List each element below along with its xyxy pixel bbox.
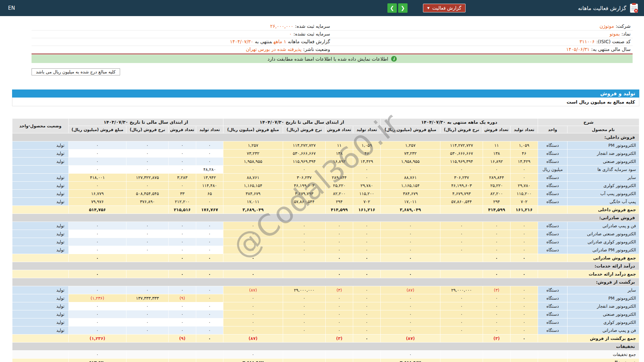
cell-value: ۳,۶۸۸,۹۶۲ xyxy=(223,359,283,362)
cell-value: ۰ xyxy=(196,286,223,294)
cell-value: ۲۱۲,۲۰۰ xyxy=(168,198,196,206)
cell-value: ۰ xyxy=(353,174,380,182)
info-cell: شرکت:موتوژن xyxy=(332,23,633,31)
cell-product-name: جمع درآمد ارائه خدمات xyxy=(568,270,639,278)
cell-product-name: جمع فروش داخلی xyxy=(568,206,639,214)
cell-value: ۱۶,۷۷۹ xyxy=(68,190,126,198)
table-row: سود سرمایه گذاری هامیلیون ریال۰۰۰۰۰۰۰۰۴۸… xyxy=(12,166,639,174)
cell-value: ۷۹,۹۷۶ xyxy=(68,198,126,206)
cell-value: (۳) xyxy=(483,335,511,343)
cell-product-name: الکتروموتور ضد انفجار xyxy=(568,149,639,158)
table-row: برگشت از فروش: xyxy=(12,278,639,286)
cell-unit xyxy=(538,335,568,343)
cell-value: ۴۱۴,۵۹۹ xyxy=(483,206,511,214)
cell-value: ۰ xyxy=(511,222,538,230)
header-product-name: نام محصول xyxy=(568,126,639,133)
info-cell: سرمایه ثبت نشده:۰ xyxy=(32,31,332,38)
cell-status: تولید xyxy=(12,149,68,158)
cell-value: ۰ xyxy=(196,149,223,158)
table-row: الکتروموتور صنعتیدستگاه۰۰۰۰۰۰۰۰۰۰۰۰تولید xyxy=(12,310,639,318)
cell-value xyxy=(168,359,196,362)
cell-value: ۱,۰۵۹ xyxy=(353,141,380,149)
cell-value: ۰ xyxy=(68,246,126,254)
cell-value xyxy=(196,351,223,359)
cell-value: (۱,۲۳۶) xyxy=(68,335,126,343)
cell-value xyxy=(283,351,325,359)
cell-value: ۰ xyxy=(483,270,511,278)
cell-value: ۴۶ xyxy=(353,149,380,158)
cell-value: ۳۸۴,۶۷۹ xyxy=(380,190,440,198)
cell-value: ۰ xyxy=(126,230,168,238)
report-pager: ❮ ❯ xyxy=(387,3,408,13)
cell-value: ۰ xyxy=(483,246,511,254)
cell-value: ۰ xyxy=(68,310,126,318)
header-sub: مبلغ فروش (میلیون ریال) xyxy=(380,126,440,133)
cell-value: ۰ xyxy=(68,222,126,230)
cell-value: ۰ xyxy=(68,166,126,174)
cell-value: ۰ xyxy=(196,294,223,302)
cell-value: ۰ xyxy=(511,294,538,302)
cell-value: ۰ xyxy=(168,310,196,318)
cell-value: ۲۹,۷۸۰ xyxy=(511,182,538,190)
section-title: تولید و فروش xyxy=(600,90,635,97)
cell-product-name: الکتروموتور PM xyxy=(568,141,639,149)
info-value: ۳۱۱۰۰۶ xyxy=(580,39,595,44)
cell-value: ۰ xyxy=(68,149,126,158)
cell-status: تولید xyxy=(12,198,68,206)
cell-value xyxy=(511,351,538,359)
cell-value xyxy=(440,359,483,362)
cell-value: ۰ xyxy=(380,310,440,318)
cell-product-name: الکتروموتور PM xyxy=(568,294,639,302)
cell-value: ۵۱۳,۵۲۰ xyxy=(68,359,126,362)
header-sub: تعداد تولید xyxy=(511,126,538,133)
cell-value xyxy=(126,351,168,359)
cell-value xyxy=(126,206,168,214)
next-report-button[interactable]: ❯ xyxy=(398,3,408,13)
cell-status: تولید xyxy=(12,230,68,238)
info-label: سرمایه ثبت شده: xyxy=(295,23,330,29)
info-label: کد صنعت (ISIC): xyxy=(596,39,631,44)
cell-value: ۰ xyxy=(511,238,538,246)
cell-product-name: پمپ آب خانگی xyxy=(568,198,639,206)
cell-value: ۱۱۵,۹۶۹,۳۹۴ xyxy=(283,158,325,166)
table-row: الکتروموتور ضد انفجاردستگاه۰۰۰۰۰۰۰۰۰۰۰۰ت… xyxy=(12,302,639,310)
cell-value: ۰ xyxy=(483,238,511,246)
cell-value xyxy=(353,351,380,359)
page-title: گزارش فعالیت ماهانه xyxy=(578,5,626,11)
prev-report-button[interactable]: ❮ xyxy=(387,3,397,13)
cell-value: ۴۸,۲۸۰ xyxy=(196,166,223,174)
cell-product-name: فن و پمپ صادراتی xyxy=(568,326,639,335)
cell-value: ۵۰۸,۴۵۴,۵۴۵ xyxy=(126,190,168,198)
cell-value: ۰ xyxy=(353,302,380,310)
cell-value: ۳۷۶,۸۹۰ xyxy=(126,198,168,206)
cell-value: ۰ xyxy=(353,286,380,294)
cell-value: ۰ xyxy=(325,254,353,262)
cell-value: ۵۳۰,۶۶۶,۶۶۷ xyxy=(283,149,325,158)
cell-value: ۰ xyxy=(353,166,380,174)
cell-value: ۰ xyxy=(283,222,325,230)
cell-value: ۷۰۲ xyxy=(353,198,380,206)
cell-value: ۰ xyxy=(353,318,380,326)
table-row: سایردستگاه۰(۳)۲۹,۰۰۰,۰۰۰(۸۷)۰(۳)۲۹,۰۰۰,۰… xyxy=(12,286,639,294)
language-toggle[interactable]: EN xyxy=(5,4,18,12)
table-row: فن و پمپ صادراتیدستگاه۰۰۰۰۰۰۰۰۰۰۰۰تولید xyxy=(12,326,639,335)
cell-value: ۰ xyxy=(483,326,511,335)
cell-value: ۰ xyxy=(168,222,196,230)
cell-value: ۷۰۲ xyxy=(511,198,538,206)
cell-value: ۰ xyxy=(168,254,196,262)
cell-unit: دستگاه xyxy=(538,318,568,326)
cell-value: ۰ xyxy=(68,230,126,238)
cell-value: ۰ xyxy=(126,246,168,254)
cell-value: ۰ xyxy=(380,318,440,326)
info-cell: سال مالی منتهی به:۱۴۰۵/۰۶/۳۱ xyxy=(332,46,633,54)
cell-value: ۰ xyxy=(168,149,196,158)
cell-value: ۱۳۸ xyxy=(325,149,353,158)
cell-product-name: فن و پمپ صادراتی xyxy=(568,222,639,230)
cell-value: ۰ xyxy=(196,302,223,310)
report-type-dropdown[interactable]: گزارش فعالیت ▼ xyxy=(423,4,466,12)
cell-value: ۰ xyxy=(223,166,283,174)
cell-value: (۹) xyxy=(168,294,196,302)
info-value: بموتو xyxy=(609,31,620,37)
cell-value: ۰ xyxy=(380,254,440,262)
cell-value: ۱۱۵,۲۰۰ xyxy=(511,190,538,198)
